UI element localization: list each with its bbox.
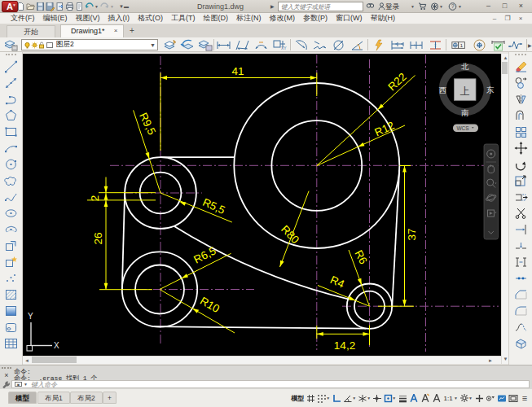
new-tab-icon[interactable]: + [127, 26, 137, 36]
dim-jogged-icon[interactable] [311, 38, 328, 51]
point-tool-icon[interactable] [2, 270, 20, 286]
command-panel-grip[interactable] [2, 367, 11, 370]
gradient-tool-icon[interactable] [2, 303, 20, 318]
object-snap-tracking-icon[interactable] [372, 392, 382, 404]
ellipse-tool-icon[interactable] [2, 205, 20, 221]
doc-minimize-icon[interactable]: – [489, 15, 500, 23]
polygon-tool-icon[interactable] [2, 107, 20, 123]
circle-tool-icon[interactable] [2, 156, 20, 172]
insert-block-tool-icon[interactable] [2, 238, 20, 253]
menu-view[interactable]: 视图(V) [72, 13, 104, 24]
menu-draw[interactable]: 绘图(D) [200, 13, 233, 24]
extend-tool-icon[interactable] [512, 221, 530, 237]
navigation-bar[interactable] [484, 144, 499, 239]
annotation-scale-a-icon[interactable] [432, 392, 442, 404]
graphics-performance-icon[interactable] [497, 392, 507, 404]
dim-jog-line-icon[interactable] [507, 38, 524, 51]
dim-inspect-icon[interactable] [490, 38, 507, 51]
layer-previous-icon[interactable] [180, 38, 196, 51]
plot-icon[interactable] [65, 2, 74, 11]
annotation-visibility-icon[interactable] [409, 392, 419, 404]
dim-aligned-icon[interactable] [234, 38, 251, 51]
menu-modify[interactable]: 修改(M) [266, 13, 300, 24]
open-icon[interactable] [26, 2, 35, 11]
scroll-left-icon[interactable]: ◄ [24, 357, 30, 364]
ellipse-arc-tool-icon[interactable] [2, 221, 20, 237]
polar-tracking-icon[interactable]: ▼ [343, 392, 356, 404]
erase-tool-icon[interactable] [512, 59, 530, 74]
array-tool-icon[interactable] [512, 124, 530, 139]
polyline-tool-icon[interactable] [2, 91, 20, 107]
toolbar-grip[interactable] [515, 54, 526, 58]
view-compass[interactable]: 上 北 南 西 东 WCS [439, 62, 495, 132]
doc-close-icon[interactable]: × [515, 15, 526, 23]
menu-edit[interactable]: 编辑(E) [39, 13, 72, 24]
new-drawing-icon[interactable] [16, 2, 25, 11]
mirror-tool-icon[interactable] [512, 91, 530, 107]
vertical-scrollbar-thumb[interactable] [502, 62, 508, 74]
app-store-icon[interactable] [430, 2, 439, 11]
command-panel-close-icon[interactable]: × [2, 371, 11, 379]
close-button[interactable]: × [515, 2, 527, 11]
arc-tool-icon[interactable] [2, 140, 20, 155]
compass-north-label[interactable]: 北 [461, 62, 469, 71]
menu-dimension[interactable]: 标注(N) [232, 13, 266, 24]
layout2-tab[interactable]: 布局2 [70, 392, 103, 404]
new-layout-tab[interactable]: + [103, 392, 117, 404]
qat-customize-icon[interactable]: ▼▬ [119, 2, 129, 11]
help-dropdown-icon[interactable]: ▼ [458, 2, 462, 11]
command-input[interactable]: ▣ ▼ 键入命令 [11, 380, 530, 388]
break-tool-icon[interactable] [512, 254, 530, 269]
app-store-dropdown-icon[interactable]: ▼ [439, 2, 443, 11]
dim-center-mark-icon[interactable] [471, 38, 488, 51]
scroll-up-icon[interactable]: ▲ [502, 55, 509, 62]
layer-properties-icon[interactable] [3, 38, 19, 51]
save-as-icon[interactable] [46, 2, 55, 11]
command-dropdown-icon[interactable]: ▼ [24, 382, 28, 387]
annotation-scale-value[interactable]: 1:1 [443, 392, 453, 404]
doc-restore-icon[interactable]: ❐ [502, 15, 513, 23]
status-customize-icon[interactable]: ≡ [520, 392, 530, 404]
layer-states-icon[interactable] [197, 38, 213, 51]
menu-format[interactable]: 格式(O) [134, 13, 167, 24]
compass-east-label[interactable]: 东 [486, 85, 495, 94]
command-customize-icon[interactable]: ▣ [15, 382, 22, 387]
explode-tool-icon[interactable] [512, 335, 530, 351]
status-model-button[interactable]: 模型 [291, 392, 304, 404]
dim-quick-icon[interactable] [371, 38, 388, 51]
redo-icon[interactable] [100, 2, 109, 11]
toolbar-grip[interactable] [6, 54, 16, 58]
menu-parametric[interactable]: 参数(P) [299, 13, 332, 24]
menu-file[interactable]: 文件(F) [7, 13, 39, 24]
scale-tool-icon[interactable] [512, 173, 530, 188]
construction-line-tool-icon[interactable] [2, 75, 20, 90]
layer-select[interactable]: 图层2 ▼ [21, 39, 158, 50]
snap-toggle-icon[interactable]: ▼ [317, 392, 330, 404]
dim-baseline-icon[interactable] [389, 38, 407, 51]
model-tab[interactable]: 模型 [8, 392, 37, 404]
clean-screen-icon[interactable] [508, 392, 518, 404]
menu-tools[interactable]: 工具(T) [167, 13, 200, 24]
dim-ordinate-icon[interactable]: XY [271, 38, 288, 51]
dim-radius-icon[interactable] [292, 38, 310, 51]
workspace-gear-icon[interactable]: ▼ [459, 392, 473, 404]
rectangle-tool-icon[interactable] [2, 124, 20, 139]
qat-expand-icon[interactable]: ▶ [270, 2, 275, 11]
scroll-down-icon[interactable]: ▼ [502, 356, 509, 363]
ortho-toggle-icon[interactable] [332, 392, 341, 404]
trim-tool-icon[interactable] [512, 205, 530, 221]
layer-dropdown-icon[interactable]: ▼ [150, 42, 156, 48]
compass-south-label[interactable]: 南 [461, 108, 469, 117]
signin-label[interactable]: 登录 [385, 2, 399, 11]
break-at-point-tool-icon[interactable] [512, 238, 530, 253]
horizontal-scrollbar-thumb[interactable] [32, 357, 77, 363]
scroll-right-icon[interactable]: ► [487, 357, 494, 364]
application-logo[interactable]: A▼ [2, 1, 18, 12]
export-icon[interactable] [55, 2, 64, 11]
dim-space-icon[interactable] [427, 38, 444, 51]
layout1-tab[interactable]: 布局1 [37, 392, 70, 404]
line-tool-icon[interactable] [2, 59, 20, 74]
spline-tool-icon[interactable] [2, 189, 20, 204]
search-icon[interactable] [366, 2, 375, 11]
toolbar-overflow-icon[interactable]: ▶ [528, 41, 532, 50]
